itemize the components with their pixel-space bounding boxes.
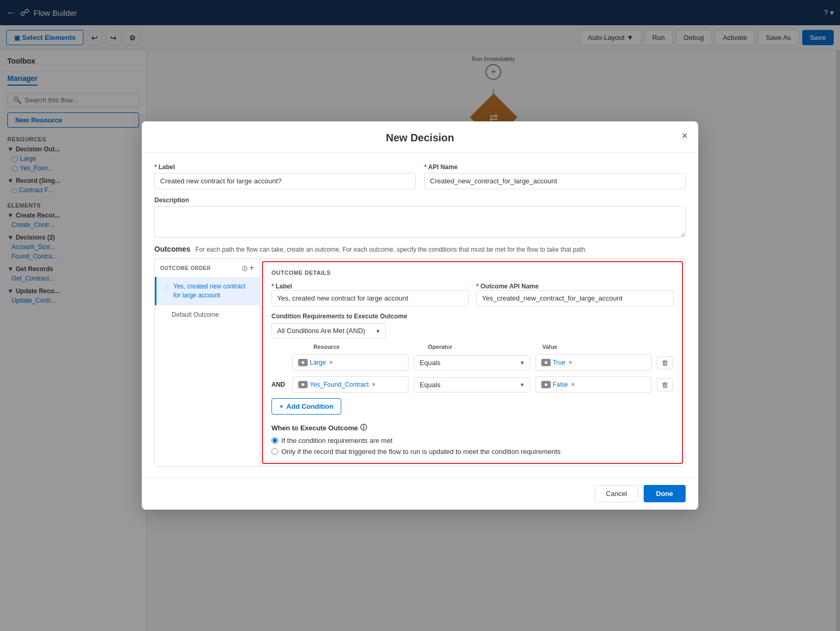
modal-title: New Decision	[154, 132, 686, 144]
detail-label-group: * Label	[271, 282, 469, 306]
outcome-order-label: OUTCOME ORDER	[160, 265, 211, 271]
radio-group: If the condition requirements are met On…	[271, 437, 674, 456]
radio-input-0[interactable]	[271, 437, 278, 444]
when-execute-section: When to Execute Outcome ⓘ If the conditi…	[271, 423, 674, 456]
resource-name-1: Yes_Found_Contract	[310, 381, 369, 388]
condition-req-section: Condition Requirements to Execute Outcom…	[271, 313, 674, 338]
operator-col-1: Equals Not Equal To Greater Than Less Th…	[414, 377, 530, 392]
detail-api-name-input[interactable]	[476, 290, 674, 306]
label-input[interactable]	[154, 173, 416, 189]
value-icon-0	[541, 359, 551, 366]
svg-point-3	[544, 361, 547, 364]
delete-condition-1[interactable]: 🗑	[657, 378, 673, 391]
col-header-resource: Resource	[313, 344, 423, 350]
when-execute-title: When to Execute Outcome ⓘ	[271, 423, 674, 432]
when-info-icon: ⓘ	[360, 423, 367, 432]
add-condition-button[interactable]: + Add Condition	[271, 398, 341, 415]
modal-header: New Decision ×	[142, 121, 698, 153]
detail-api-name-group: * Outcome API Name	[476, 282, 674, 306]
condition-req-select[interactable]: All Conditions Are Met (AND) Any Conditi…	[271, 323, 386, 338]
outcome-item-1[interactable]: Default Outcome	[155, 305, 259, 325]
new-decision-modal: New Decision × * Label * API Name	[142, 121, 698, 510]
value-icon-1	[541, 381, 551, 388]
delete-col-1: 🗑	[657, 378, 674, 391]
api-name-field-label: * API Name	[424, 163, 686, 171]
and-label-1: AND	[271, 381, 287, 388]
done-button[interactable]: Done	[644, 485, 686, 502]
svg-point-5	[302, 384, 304, 386]
add-outcome-button[interactable]: +	[249, 263, 254, 273]
value-tag-1: False ×	[536, 376, 652, 393]
value-name-0: True	[553, 359, 565, 366]
label-group: * Label	[154, 163, 416, 189]
resource-col-1: Yes_Found_Contract ×	[292, 376, 408, 393]
operator-select-0[interactable]: Equals Not Equal To Greater Than Less Th…	[414, 355, 530, 370]
detail-label-row: * Label * Outcome API Name	[271, 282, 674, 306]
resource-tag-1: Yes_Found_Contract ×	[292, 376, 408, 393]
outcome-item-0[interactable]: ⋮ Yes, created new contract for large ac…	[155, 277, 259, 305]
modal-close-button[interactable]: ×	[681, 130, 688, 142]
outcome-list-header: OUTCOME ORDER ⓘ +	[155, 259, 259, 277]
api-name-input[interactable]	[424, 173, 686, 189]
value-tag-0: True ×	[536, 354, 652, 371]
outcomes-desc: For each path the flow can take, create …	[195, 246, 587, 253]
outcome-details-title: OUTCOME DETAILS	[271, 270, 674, 276]
condition-req-label: Condition Requirements to Execute Outcom…	[271, 313, 674, 320]
svg-point-1	[302, 361, 304, 364]
detail-label-input[interactable]	[271, 290, 469, 306]
description-textarea[interactable]	[154, 206, 686, 237]
outcome-item-text-0: Yes, created new contract for large acco…	[173, 282, 253, 300]
resource-icon-1	[298, 381, 308, 388]
outcome-split: OUTCOME ORDER ⓘ + ⋮ Yes, created new con…	[155, 259, 685, 466]
delete-col-0: 🗑	[657, 356, 674, 369]
col-header-operator: Operator	[428, 344, 537, 350]
condition-row-0: Large × Equals Not Equal To Greater Tha	[271, 354, 674, 371]
radio-option-1[interactable]: Only if the record that triggered the fl…	[271, 448, 674, 456]
value-col-0: True ×	[536, 354, 652, 371]
outcome-details-panel: OUTCOME DETAILS * Label	[262, 261, 683, 464]
modal-footer: Cancel Done	[142, 477, 698, 510]
operator-select-1[interactable]: Equals Not Equal To Greater Than Less Th…	[414, 377, 530, 392]
modal-body: * Label * API Name Description Outcom	[142, 153, 698, 477]
outcomes-title: Outcomes	[154, 245, 190, 253]
cancel-button[interactable]: Cancel	[595, 485, 638, 502]
radio-input-1[interactable]	[271, 448, 278, 455]
operator-col-0: Equals Not Equal To Greater Than Less Th…	[414, 355, 530, 370]
condition-row-1: AND Yes_Found_Contract ×	[271, 376, 674, 393]
add-condition-label: Add Condition	[287, 402, 334, 410]
svg-point-7	[544, 384, 547, 386]
value-name-1: False	[553, 381, 568, 388]
outcomes-header: Outcomes For each path the flow can take…	[154, 245, 686, 253]
modal-overlay: New Decision × * Label * API Name	[0, 0, 840, 631]
description-group: Description	[154, 196, 686, 237]
outcome-split-container: OUTCOME ORDER ⓘ + ⋮ Yes, created new con…	[154, 258, 686, 467]
col-header-value: Value	[542, 344, 652, 350]
resource-remove-0[interactable]: ×	[329, 359, 333, 366]
description-label: Description	[154, 196, 686, 204]
delete-condition-0[interactable]: 🗑	[657, 356, 673, 369]
drag-handle-0: ⋮	[163, 283, 170, 292]
condition-headers: Resource Operator Value	[271, 344, 674, 352]
resource-name-0: Large	[310, 359, 326, 366]
outcome-list: OUTCOME ORDER ⓘ + ⋮ Yes, created new con…	[155, 259, 260, 466]
api-name-group: * API Name	[424, 163, 686, 189]
resource-icon-0	[298, 359, 308, 366]
resource-tag-0: Large ×	[292, 354, 408, 371]
value-remove-0[interactable]: ×	[569, 359, 572, 366]
info-icon: ⓘ	[242, 266, 248, 272]
label-field-label: * Label	[154, 163, 416, 171]
condition-req-select-wrap: All Conditions Are Met (AND) Any Conditi…	[271, 323, 386, 338]
outcome-item-text-1: Default Outcome	[161, 311, 219, 319]
radio-option-0[interactable]: If the condition requirements are met	[271, 437, 674, 444]
detail-api-name-label: * Outcome API Name	[476, 283, 539, 290]
label-api-row: * Label * API Name	[154, 163, 686, 189]
detail-label-field-label: * Label	[271, 283, 292, 290]
value-col-1: False ×	[536, 376, 652, 393]
value-remove-1[interactable]: ×	[571, 381, 575, 388]
resource-col-0: Large ×	[292, 354, 408, 371]
resource-remove-1[interactable]: ×	[372, 381, 375, 388]
